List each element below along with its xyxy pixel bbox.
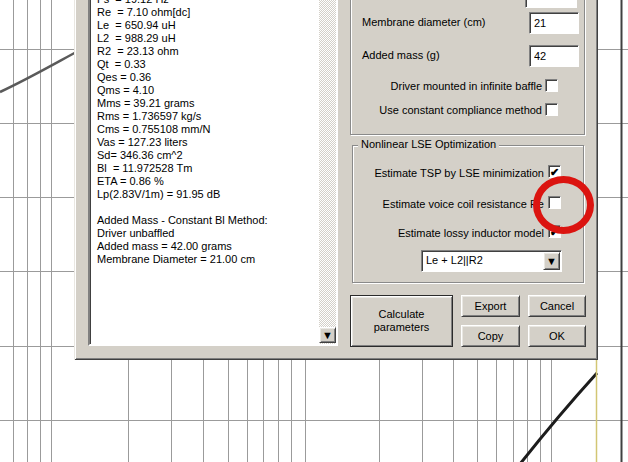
ok-button[interactable]: OK xyxy=(528,325,586,347)
arrow-down-icon: ▼ xyxy=(322,332,333,339)
clipped-top-field[interactable] xyxy=(525,0,577,8)
cancel-button[interactable]: Cancel xyxy=(528,295,586,317)
red-circle-annotation xyxy=(533,176,594,234)
nonlinear-lse-group-title: Nonlinear LSE Optimization xyxy=(358,138,499,150)
added-mass-input[interactable] xyxy=(529,45,579,67)
membrane-diameter-input[interactable] xyxy=(529,12,579,34)
constant-compliance-label: Use constant compliance method xyxy=(354,104,542,116)
application-window: Fs = 19.12 Hz Re = 7.10 ohm[dc] Le = 650… xyxy=(0,0,628,462)
scrollbar-down-button[interactable]: ▼ xyxy=(319,327,336,343)
inductor-model-dropdown[interactable]: Le + L2||R2 ▼ xyxy=(421,250,562,272)
estimate-tsp-label: Estimate TSP by LSE minimization xyxy=(354,167,544,179)
impedance-curve-lower xyxy=(520,373,597,462)
estimate-re-label: Estimate voice coil resistance Re xyxy=(354,198,544,210)
constant-compliance-checkbox[interactable] xyxy=(545,103,558,116)
membrane-diameter-label: Membrane diameter (cm) xyxy=(362,16,485,28)
estimate-lossy-label: Estimate lossy inductor model xyxy=(354,227,544,239)
chevron-down-icon: ▼ xyxy=(546,258,557,265)
infinite-baffle-label: Driver mounted in infinite baffle xyxy=(354,80,542,92)
results-text: Fs = 19.12 Hz Re = 7.10 ohm[dc] Le = 650… xyxy=(90,0,319,344)
loudspeaker-parameters-dialog: Fs = 19.12 Hz Re = 7.10 ohm[dc] Le = 650… xyxy=(74,0,598,360)
results-text-area[interactable]: Fs = 19.12 Hz Re = 7.10 ohm[dc] Le = 650… xyxy=(88,0,338,346)
vertical-scrollbar[interactable]: ▼ xyxy=(319,0,336,344)
dropdown-arrow-button[interactable]: ▼ xyxy=(543,252,560,270)
export-button[interactable]: Export xyxy=(461,295,520,317)
calculate-parameters-button[interactable]: Calculate parameters xyxy=(350,295,453,347)
inductor-model-value: Le + L2||R2 xyxy=(426,254,483,266)
added-mass-label: Added mass (g) xyxy=(362,49,440,61)
infinite-baffle-checkbox[interactable] xyxy=(545,79,558,92)
copy-button[interactable]: Copy xyxy=(461,325,520,347)
